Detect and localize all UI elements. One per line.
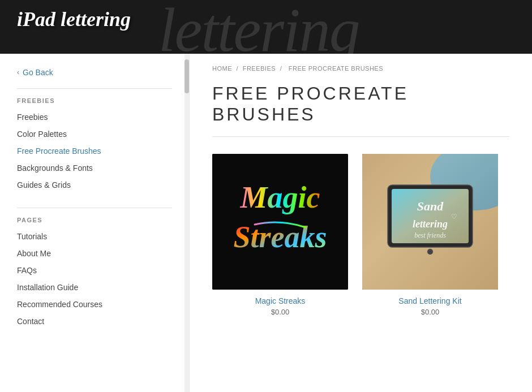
page-divider <box>212 136 509 137</box>
sidebar-item-faqs[interactable]: FAQs <box>0 262 189 279</box>
scrollbar-track[interactable] <box>185 54 189 392</box>
product-card-sand-lettering[interactable]: Sand lettering ♡ best friends Sand Lette… <box>362 154 498 316</box>
svg-text:Magic: Magic <box>240 180 320 214</box>
product-name-sand-lettering: Sand Lettering Kit <box>362 296 498 305</box>
svg-point-12 <box>427 249 433 255</box>
svg-text:best friends: best friends <box>414 231 446 239</box>
svg-text:♡: ♡ <box>451 213 457 221</box>
product-name-magic-streaks: Magic Streaks <box>212 296 348 305</box>
breadcrumb-freebies[interactable]: FREEBIES <box>243 65 276 72</box>
product-card-magic-streaks[interactable]: Magic Streaks <box>212 154 348 316</box>
product-image-magic-streaks: Magic Streaks <box>212 154 348 290</box>
product-image-sand-lettering: Sand lettering ♡ best friends <box>362 154 498 290</box>
breadcrumb: HOME / FREEBIES / FREE PROCREATE BRUSHES <box>212 65 509 72</box>
breadcrumb-home[interactable]: HOME <box>212 65 232 72</box>
breadcrumb-sep-2: / <box>280 65 284 72</box>
main-layout: ‹ Go Back FREEBIES Freebies Color Palett… <box>0 54 532 392</box>
chevron-left-icon: ‹ <box>17 68 19 76</box>
site-logo[interactable]: iPad lettering <box>17 8 131 31</box>
product-grid: Magic Streaks <box>212 154 509 316</box>
sidebar-divider-mid <box>17 208 172 208</box>
sidebar-item-tutorials[interactable]: Tutorials <box>0 228 189 245</box>
sidebar-item-guides-grids[interactable]: Guides & Grids <box>0 176 189 193</box>
sidebar-item-contact[interactable]: Contact <box>0 313 189 330</box>
sidebar-item-about-me[interactable]: About Me <box>0 245 189 262</box>
sidebar-gap <box>0 193 189 205</box>
sidebar-item-color-palettes[interactable]: Color Palettes <box>0 126 189 143</box>
svg-text:Sand: Sand <box>417 199 444 213</box>
go-back-label: Go Back <box>23 68 53 77</box>
page-title: FREE PROCREATE BRUSHES <box>212 83 509 125</box>
svg-text:Streaks: Streaks <box>233 220 327 254</box>
product-price-sand-lettering: $0.00 <box>362 308 498 316</box>
product-price-magic-streaks: $0.00 <box>212 308 348 316</box>
go-back-link[interactable]: ‹ Go Back <box>0 62 189 85</box>
sidebar-divider-top <box>17 88 172 89</box>
svg-text:lettering: lettering <box>413 218 448 230</box>
main-content: HOME / FREEBIES / FREE PROCREATE BRUSHES… <box>190 54 532 392</box>
sidebar-section-pages-label: PAGES <box>0 217 189 228</box>
sidebar-item-recommended-courses[interactable]: Recommended Courses <box>0 296 189 313</box>
breadcrumb-current: FREE PROCREATE BRUSHES <box>289 65 383 72</box>
sidebar-item-freebies[interactable]: Freebies <box>0 109 189 126</box>
site-header: lettering iPad lettering <box>0 0 532 54</box>
sidebar-item-backgrounds-fonts[interactable]: Backgrounds & Fonts <box>0 160 189 176</box>
sidebar-section-freebies-label: FREEBIES <box>0 97 189 109</box>
header-bg-text: lettering <box>158 0 359 54</box>
sidebar: ‹ Go Back FREEBIES Freebies Color Palett… <box>0 54 190 392</box>
scrollbar-thumb[interactable] <box>185 59 189 93</box>
sidebar-item-installation-guide[interactable]: Installation Guide <box>0 279 189 296</box>
breadcrumb-sep-1: / <box>237 65 241 72</box>
sidebar-item-free-procreate-brushes[interactable]: Free Procreate Brushes <box>0 143 189 160</box>
